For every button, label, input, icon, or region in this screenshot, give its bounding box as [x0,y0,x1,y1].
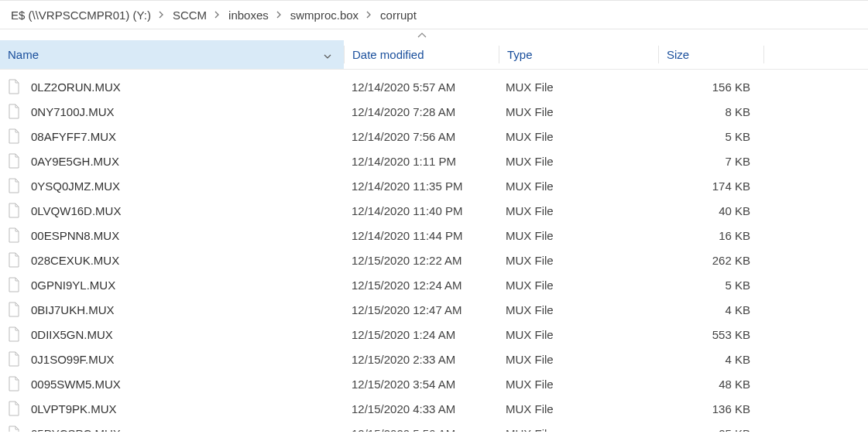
file-type: MUX File [498,303,657,316]
file-date: 12/15/2020 12:47 AM [344,303,498,316]
file-row[interactable]: 05PYCSPC.MUX 12/15/2020 5:56 AM MUX File… [0,421,868,432]
file-row[interactable]: 0GPNI9YL.MUX12/15/2020 12:24 AMMUX File5… [0,272,868,297]
file-type: MUX File [498,402,657,415]
file-row[interactable]: 0LVPT9PK.MUX12/15/2020 4:33 AMMUX File13… [0,396,868,421]
file-date: 12/15/2020 4:33 AM [344,402,498,415]
file-type: MUX File [498,427,657,432]
file-size: 8 KB [657,105,761,118]
file-name: 0J1SO99F.MUX [31,353,115,366]
cell-name: 0J1SO99F.MUX [0,351,344,367]
file-date: 12/15/2020 2:33 AM [344,353,498,366]
chevron-right-icon [363,11,376,19]
breadcrumb-item[interactable]: corrupt [376,5,421,25]
breadcrumb-item[interactable]: SCCM [168,5,211,25]
file-type: MUX File [498,353,657,366]
file-size: 262 KB [657,254,761,267]
file-row[interactable]: 0AY9E5GH.MUX12/14/2020 1:11 PMMUX File7 … [0,149,868,173]
breadcrumb-item[interactable]: E$ (\\VRPSCCMPR01) (Y:) [6,5,156,25]
file-icon [8,376,20,391]
file-icon [8,178,20,193]
file-name: 0095SWM5.MUX [31,378,121,391]
file-size: 40 KB [657,204,761,217]
file-date: 12/15/2020 3:54 AM [344,378,498,391]
cell-name: 0DIIX5GN.MUX [0,326,344,342]
file-type: MUX File [498,179,657,193]
file-icon [8,227,20,243]
file-date: 12/14/2020 7:56 AM [344,130,498,143]
file-type: MUX File [498,105,657,118]
column-header-date[interactable]: Date modified [345,40,499,69]
file-icon [8,79,20,94]
file-icon [8,252,20,268]
file-type: MUX File [498,155,657,168]
file-type: MUX File [498,378,657,391]
file-row[interactable]: 028CEXUK.MUX12/15/2020 12:22 AMMUX File2… [0,248,868,272]
file-name: 0NY7100J.MUX [31,105,115,118]
file-icon [8,203,20,218]
chevron-down-icon[interactable] [324,48,331,61]
file-name: 05PYCSPC.MUX [31,427,121,432]
file-type: MUX File [498,254,657,267]
breadcrumb-bar[interactable]: E$ (\\VRPSCCMPR01) (Y:) SCCM inboxes swm… [0,0,868,29]
file-type: MUX File [498,229,657,242]
file-date: 12/14/2020 11:35 PM [344,179,498,193]
file-row[interactable]: 0DIIX5GN.MUX12/15/2020 1:24 AMMUX File55… [0,322,868,347]
cell-name: 08AFYFF7.MUX [0,128,344,144]
file-date: 12/14/2020 7:28 AM [344,105,498,118]
cell-name: 0GPNI9YL.MUX [0,277,344,292]
file-list[interactable]: 0LZ2ORUN.MUX12/14/2020 5:57 AMMUX File15… [0,70,868,421]
partial-row-clip: 05PYCSPC.MUX 12/15/2020 5:56 AM MUX File… [0,421,868,432]
column-header-name[interactable]: Name [0,40,344,69]
file-name: 0LZ2ORUN.MUX [31,80,121,94]
breadcrumb-item[interactable]: inboxes [224,5,273,25]
file-size: 553 KB [657,328,761,341]
chevron-right-icon [273,11,286,19]
cell-name: 05PYCSPC.MUX [0,426,344,432]
file-row[interactable]: 08AFYFF7.MUX12/14/2020 7:56 AMMUX File5 … [0,124,868,149]
file-icon [8,351,20,367]
file-name: 0DIIX5GN.MUX [31,328,113,341]
file-row[interactable]: 0BIJ7UKH.MUX12/15/2020 12:47 AMMUX File4… [0,297,868,322]
column-header-type[interactable]: Type [499,40,658,69]
file-date: 12/15/2020 5:56 AM [344,427,498,432]
file-icon [8,104,20,119]
column-header-size[interactable]: Size [659,40,763,69]
cell-name: 0095SWM5.MUX [0,376,344,391]
file-row[interactable]: 0J1SO99F.MUX12/15/2020 2:33 AMMUX File4 … [0,347,868,371]
cell-name: 0LZ2ORUN.MUX [0,79,344,94]
column-label: Date modified [352,48,424,61]
file-type: MUX File [498,130,657,143]
file-name: 00ESPNN8.MUX [31,229,119,242]
file-row[interactable]: 0LZ2ORUN.MUX12/14/2020 5:57 AMMUX File15… [0,74,868,99]
cell-name: 0NY7100J.MUX [0,104,344,119]
file-name: 0YSQ0JMZ.MUX [31,179,120,193]
file-row[interactable]: 0YSQ0JMZ.MUX12/14/2020 11:35 PMMUX File1… [0,173,868,198]
column-label: Type [507,48,533,61]
file-size: 5 KB [657,279,761,292]
chevron-right-icon [211,11,224,19]
column-header-row: Name Date modified Type Size [0,40,868,70]
file-icon [8,302,20,317]
file-name: 0BIJ7UKH.MUX [31,303,115,316]
breadcrumb-item[interactable]: swmproc.box [286,5,363,25]
file-date: 12/15/2020 12:24 AM [344,279,498,292]
file-row[interactable]: 0095SWM5.MUX12/15/2020 3:54 AMMUX File48… [0,371,868,396]
cell-name: 0LVQW16D.MUX [0,203,344,218]
file-icon [8,153,20,169]
file-icon [8,426,20,432]
file-row[interactable]: 00ESPNN8.MUX12/14/2020 11:44 PMMUX File1… [0,223,868,248]
file-size: 4 KB [657,353,761,366]
file-name: 0LVQW16D.MUX [31,204,121,217]
file-type: MUX File [498,204,657,217]
file-date: 12/14/2020 1:11 PM [344,155,498,168]
file-icon [8,128,20,144]
file-size: 48 KB [657,378,761,391]
file-row[interactable]: 0LVQW16D.MUX12/14/2020 11:40 PMMUX File4… [0,198,868,223]
file-row[interactable]: 0NY7100J.MUX12/14/2020 7:28 AMMUX File8 … [0,99,868,124]
file-name: 028CEXUK.MUX [31,254,119,267]
file-date: 12/15/2020 1:24 AM [344,328,498,341]
file-icon [8,326,20,342]
file-name: 0GPNI9YL.MUX [31,279,115,292]
chevron-right-icon [156,11,168,19]
cell-name: 0YSQ0JMZ.MUX [0,178,344,193]
